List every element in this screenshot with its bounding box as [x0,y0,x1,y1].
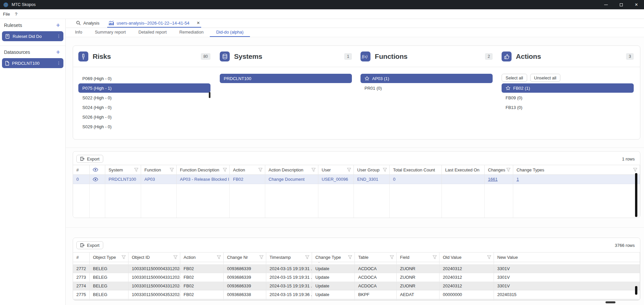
scrollbar-thumb[interactable] [635,286,637,295]
filter-icon [433,255,437,259]
panel-title: Systems [234,52,262,60]
maximize-button[interactable] [613,0,629,9]
panel-actions: Actions3Select allUnselect allFB02 (1)FB… [502,46,634,139]
changes-table-card: Export3766 rows#Object TypeObject IDActi… [73,238,640,301]
column-header-old-value: Old Value [440,253,494,262]
tab-close-icon[interactable]: ✕ [197,21,200,25]
scrollbar-thumb[interactable] [209,92,210,98]
select-all-button[interactable]: Select all [502,74,527,82]
column-header-change-nr: Change Nr [224,253,266,262]
filter-icon [633,168,637,172]
changes-link[interactable]: 1661 [488,177,498,182]
risks-item-s024-high-0[interactable]: S024 (High - 0) [78,103,210,112]
svg-text:f(x): f(x) [362,54,367,59]
horizontal-scrollbar-thumb[interactable] [605,301,615,303]
tab-users-analysis-2026-01-22-14-41-54[interactable]: users-analysis--2026-01-22--14-41-54✕ [107,19,201,28]
subtab-summary-report[interactable]: Summary report [89,28,132,37]
filter-icon [170,168,174,172]
filter-icon [223,168,227,172]
filter-icon [173,255,178,259]
sidebar-item-ruleset-did-do[interactable]: Ruleset Did Do⋮ [2,31,63,41]
content-area: Risks80P069 (High - 0)P075 (High - 1)S02… [66,37,644,305]
chart-icon [109,21,114,25]
subtab-info[interactable]: Info [69,28,89,37]
tab-bar: Analysisusers-analysis--2026-01-22--14-4… [66,19,644,28]
minimize-button[interactable] [598,0,613,9]
count-badge: 3 [626,53,634,60]
column-header-user: User [318,165,354,174]
filter-panels-card: Risks80P069 (High - 0)P075 (High - 1)S02… [73,46,640,140]
functions-item-ap03-1[interactable]: AP03 (1) [361,74,493,83]
actions-item-fb09-0[interactable]: FB09 (0) [502,93,634,102]
filter-icon [134,168,138,172]
section-divider [66,227,644,228]
table-row: 2771BELEG100330115000043312024FB02009368… [73,262,640,264]
sidebar-section-datasources: Datasources+PRDCLNT100⋮ [0,46,65,72]
actions-item-fb13-0[interactable]: FB13 (0) [502,103,634,112]
column-header-system: System [105,165,141,174]
menu-help[interactable]: ? [15,12,17,17]
star-icon [364,76,369,81]
filter-icon [259,255,264,259]
column-header-action: Action [230,165,265,174]
table-row: 2775BELEG100330115000043532024FB02009368… [73,290,640,299]
count-badge: 2 [485,53,493,60]
column-header-object-type: Object Type [90,253,128,262]
column-header-last-executed-on: Last Executed On [442,165,485,174]
column-header-object-id: Object ID [128,253,180,262]
add-rulesets-button[interactable]: + [55,23,61,28]
column-header-action: Action [180,253,224,262]
risks-item-s026-high-0[interactable]: S026 (High - 0) [78,112,210,122]
risks-item-p075-high-1[interactable]: P075 (High - 1) [78,83,210,93]
subtab-remediation[interactable]: Remediation [173,28,210,37]
sidebar-item-prdclnt100[interactable]: PRDCLNT100⋮ [2,58,63,68]
filter-icon [506,168,511,172]
systems-item-prdclnt100[interactable]: PRDCLNT100 [220,74,352,83]
column-header-function-description: Function Description [177,165,230,174]
menu-file[interactable]: File [3,12,10,17]
eye-icon [93,168,98,172]
add-datasources-button[interactable]: + [55,50,61,55]
column-header-function: Function [141,165,177,174]
count-badge: 80 [201,53,210,60]
filter-icon [390,255,394,259]
kebab-menu-icon[interactable]: ⋮ [57,61,61,65]
sidebar-section-rulesets: Rulesets+Ruleset Did Do⋮ [0,19,65,46]
unselect-all-button[interactable]: Unselect all [530,74,560,82]
filter-icon [258,168,263,172]
tab-analysis[interactable]: Analysis [75,19,101,28]
panel-title: Actions [516,52,541,60]
functions-item-pr01-0[interactable]: PR01 (0) [361,83,493,93]
change-types-link[interactable]: 1 [517,177,519,182]
main-area: Analysisusers-analysis--2026-01-22--14-4… [66,19,644,305]
risks-item-s029-high-0[interactable]: S029 (High - 0) [78,122,210,131]
menu-bar: File ? [0,9,644,19]
subtab-detailed-report[interactable]: Detailed report [132,28,173,37]
row-count-label: 1 rows [622,156,635,161]
export-button[interactable]: Export [76,155,103,163]
search-icon [76,21,81,25]
filter-icon [311,168,316,172]
scrollbar-thumb[interactable] [635,173,637,217]
column-header-changes: Changes [485,165,513,174]
column-header-item: # [73,165,90,174]
risks-item-p069-high-0[interactable]: P069 (High - 0) [78,74,210,83]
risks-item-s022-high-0[interactable]: S022 (High - 0) [78,93,210,102]
table-row: 2772BELEG100330115000043312024FB02009368… [73,264,640,273]
column-header-new-value: New Value [494,253,640,262]
book-icon [5,34,10,39]
star-icon [506,86,511,91]
export-button[interactable]: Export [76,241,103,249]
section-title: Datasources [4,50,30,55]
section-title: Rulesets [4,23,22,28]
database-icon [220,51,230,61]
panel-title: Risks [93,52,111,60]
actions-item-fb02-1[interactable]: FB02 (1) [502,83,634,93]
table-row: 2773BELEG100330115000043312024FB02009368… [73,273,640,282]
fx-icon: f(x) [361,51,370,61]
kebab-menu-icon[interactable]: ⋮ [57,34,61,39]
close-button[interactable]: ✕ [629,0,644,9]
subtab-did-do-alpha[interactable]: Did-do (alpha) [210,28,250,37]
summary-table-card: Export1 rows#SystemFunctionFunction Desc… [73,151,640,218]
panel-title: Functions [375,52,408,60]
